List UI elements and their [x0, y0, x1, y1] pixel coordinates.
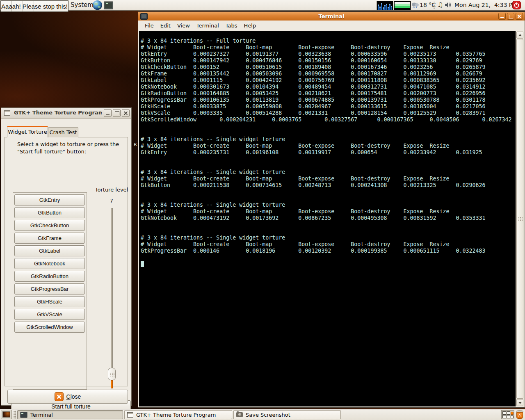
widget-list-frame: GtkEntry GtkButton GtkCheckButton GtkFra… — [13, 192, 87, 390]
close-x-icon — [55, 392, 64, 401]
panel-separator — [434, 2, 435, 9]
widget-button-gtknotebook[interactable]: GtkNotebook — [14, 258, 85, 269]
torture-titlebar[interactable]: GTK+ Theme Torture Program — [1, 108, 131, 119]
widget-button-gtkscrolledwindow[interactable]: GtkScrolledWindow — [14, 322, 85, 333]
torture-level-slider-track[interactable] — [111, 208, 113, 369]
widget-button-gtklabel[interactable]: GtkLabel — [14, 245, 85, 256]
desktop-thumbnail-icon — [2, 411, 10, 418]
menu-edit[interactable]: Edit — [157, 21, 174, 30]
torture-level-slider-handle[interactable] — [108, 368, 116, 380]
scroll-down-arrow[interactable] — [516, 399, 523, 406]
power-button-icon[interactable] — [512, 1, 521, 9]
maximize-button[interactable] — [113, 109, 121, 117]
desktop-stray-text: R — [134, 142, 137, 147]
scrollbar-grip — [518, 217, 523, 221]
camera-task-icon — [236, 412, 243, 417]
widget-button-list: GtkEntry GtkButton GtkCheckButton GtkFra… — [14, 194, 85, 333]
menu-help[interactable]: Help — [241, 21, 260, 30]
stop-button[interactable]: Aaaah! Please stop this! — [0, 0, 68, 12]
clock-label[interactable]: Mon Aug 21, 4:33 PM — [454, 2, 517, 8]
notebook-page: Select a widget to torture or press the … — [5, 137, 128, 386]
torture-level-label: Torture level — [91, 187, 132, 193]
torture-level-slider-fill — [111, 380, 113, 388]
web-browser-icon[interactable] — [93, 0, 102, 10]
maximize-button[interactable] — [507, 13, 514, 20]
workspace-pager[interactable] — [501, 410, 514, 419]
terminal-window-title: Terminal — [138, 13, 525, 19]
taskbar-drag-handle[interactable] — [14, 411, 16, 419]
minimize-button[interactable] — [498, 13, 506, 20]
terminal-task-icon — [20, 412, 27, 418]
music-note-icon[interactable]: ♫ — [437, 1, 443, 9]
task-button-torture-program[interactable]: GTK+ Theme Torture Program — [124, 410, 232, 419]
widget-button-gtkradiobutton[interactable]: GtkRadioButton — [14, 271, 85, 282]
scroll-up-arrow[interactable] — [516, 32, 523, 39]
torture-window-title: GTK+ Theme Torture Program — [14, 110, 102, 116]
close-button[interactable] — [516, 13, 523, 20]
system-menu[interactable]: System — [71, 1, 94, 9]
terminal-output-area[interactable]: # 3 x 84 iterations -- Full torture # Wi… — [139, 31, 516, 406]
scrollbar-thumb[interactable] — [516, 39, 523, 399]
task-label-torture: GTK+ Theme Torture Program — [136, 412, 216, 418]
terminal-titlebar[interactable]: Terminal — [138, 12, 525, 21]
system-load-monitor[interactable] — [394, 1, 411, 10]
menu-terminal[interactable]: Terminal — [193, 21, 222, 30]
terminal-menubar: File Edit View Terminal Tabs Help — [138, 21, 525, 31]
torture-level-value: 7 — [91, 198, 132, 204]
weather-icon[interactable] — [411, 2, 419, 8]
widget-button-gtkframe[interactable]: GtkFrame — [14, 233, 85, 244]
instruction-text: Select a widget to torture or press the … — [17, 141, 122, 155]
close-button-label: Close — [66, 393, 81, 400]
cpu-monitor-graph[interactable] — [377, 1, 393, 10]
minimize-button[interactable] — [104, 109, 112, 117]
terminal-scrollbar[interactable] — [516, 31, 524, 406]
close-button[interactable] — [122, 109, 130, 117]
menu-view[interactable]: View — [174, 21, 193, 30]
window-task-icon — [127, 412, 133, 418]
torture-window: GTK+ Theme Torture Program Widget Tortur… — [1, 107, 132, 406]
torture-window-icon — [4, 110, 10, 116]
desktop: R Aaaah! Please stop this! System — [0, 0, 525, 420]
widget-button-gtkhscale[interactable]: GtkHScale — [14, 296, 85, 307]
terminal-output-text: # 3 x 84 iterations -- Full torture # Wi… — [139, 31, 516, 254]
widget-button-gtkvscale[interactable]: GtkVScale — [14, 309, 85, 320]
stop-button-label: Aaaah! Please stop this! — [1, 3, 68, 10]
top-panel: Aaaah! Please stop this! System — [0, 0, 525, 11]
terminal-window: Terminal File Edit View Terminal Tabs He… — [138, 11, 525, 408]
terminal-cursor — [141, 261, 144, 267]
menu-tabs[interactable]: Tabs — [222, 21, 241, 30]
widget-button-gtkentry[interactable]: GtkEntry — [14, 194, 85, 205]
instruction-line2: "Start full torture" button: — [17, 148, 86, 155]
instruction-line1: Select a widget to torture or press the — [17, 141, 119, 147]
taskbar: Terminal GTK+ Theme Torture Program Save… — [0, 409, 525, 420]
task-button-save-screenshot[interactable]: Save Screenshot — [233, 410, 341, 419]
task-label-terminal: Terminal — [30, 412, 53, 418]
terminal-launcher-icon[interactable] — [104, 1, 113, 9]
widget-button-gtkbutton[interactable]: GtkButton — [14, 207, 85, 218]
task-label-screenshot: Save Screenshot — [246, 412, 290, 418]
menu-file[interactable]: File — [142, 21, 157, 30]
show-desktop-button[interactable] — [1, 410, 12, 419]
close-dialog-button[interactable]: Close — [7, 390, 128, 404]
trash-icon[interactable]: ♺ — [516, 410, 524, 419]
widget-button-gtkprogressbar[interactable]: GtkProgressBar — [14, 283, 85, 294]
widget-button-gtkcheckbutton[interactable]: GtkCheckButton — [14, 220, 85, 231]
speaker-volume-icon[interactable] — [445, 2, 452, 8]
tab-widget-torture[interactable]: Widget Torture — [7, 126, 48, 137]
trash-bucket: ♺ — [516, 412, 523, 419]
tab-crash-test[interactable]: Crash Test — [48, 127, 78, 137]
task-button-terminal[interactable]: Terminal — [17, 410, 123, 419]
